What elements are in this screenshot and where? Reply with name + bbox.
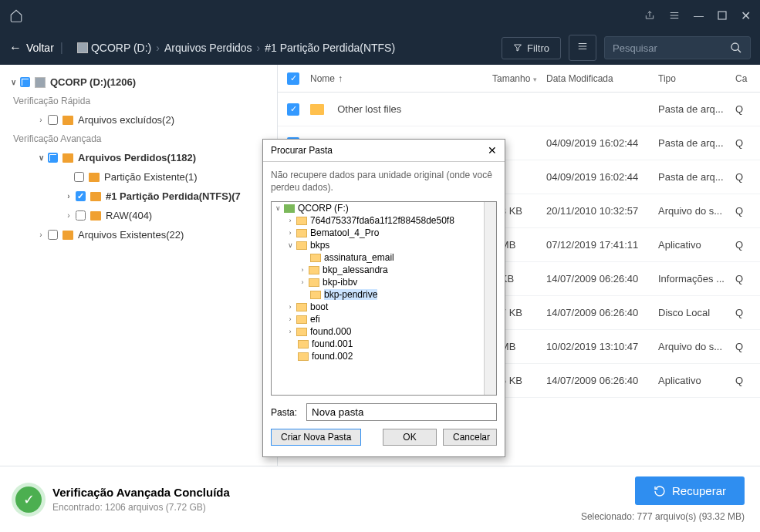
chevron-right-icon[interactable]: › [285, 328, 295, 335]
tree-lost-partition-label: #1 Partição Perdida(NTFS)(7 [106, 190, 241, 202]
dialog-folder-tree[interactable]: ∨QCORP (F:) ›764d75337fda6a1f12f88458de5… [271, 201, 497, 396]
folder-icon [309, 266, 319, 274]
checkbox[interactable] [48, 153, 58, 163]
dt-item-selected[interactable]: bkp-pendrive [272, 288, 496, 301]
selection-count: Selecionado: 777 arquivo(s) (93.32 MB) [581, 511, 745, 522]
chevron-right-icon[interactable]: › [298, 266, 307, 274]
dt-item[interactable]: assinatura_email [272, 251, 496, 264]
chevron-right-icon[interactable]: › [285, 315, 295, 323]
chevron-right-icon[interactable]: › [298, 278, 307, 286]
check-icon: ✓ [15, 487, 42, 513]
menu-icon[interactable] [669, 10, 680, 21]
new-folder-button[interactable]: Criar Nova Pasta [271, 429, 361, 446]
dt-item[interactable]: ∨bkps [272, 239, 496, 251]
chevron-down-icon[interactable]: ∨ [273, 204, 282, 212]
tree-raw[interactable]: › RAW(404) [2, 206, 275, 225]
tree-lost[interactable]: ∨ Arquivos Perdidos(1182) [2, 148, 275, 167]
checkbox[interactable] [20, 77, 30, 87]
col-type[interactable]: Tipo [658, 73, 735, 84]
chevron-down-icon[interactable]: ∨ [35, 153, 46, 162]
scroll-thumb[interactable] [485, 219, 496, 256]
dt-item[interactable]: ›efi [272, 313, 496, 325]
col-date[interactable]: Data Modificada [546, 73, 658, 84]
filter-button[interactable]: Filtro [502, 37, 561, 59]
cell-c: Q [735, 171, 751, 183]
maximize-button[interactable] [718, 11, 727, 20]
checkbox[interactable] [48, 115, 58, 125]
breadcrumb: QCORP (D:) › Arquivos Perdidos › #1 Part… [77, 42, 395, 54]
restore-icon [654, 485, 666, 497]
folder-icon [90, 192, 101, 201]
home-icon[interactable] [9, 8, 23, 22]
search-input[interactable]: Pesquisar [604, 36, 751, 59]
col-size[interactable]: Tamanho ▾ [492, 73, 546, 84]
svg-point-1 [731, 43, 738, 50]
cell-date: 14/07/2009 06:26:40 [546, 307, 658, 318]
folder-icon [298, 340, 309, 348]
dt-drive[interactable]: ∨QCORP (F:) [272, 202, 496, 214]
row-checkbox[interactable]: ✓ [287, 103, 299, 116]
cell-type: Aplicativo [658, 239, 735, 251]
disk-icon [77, 42, 88, 53]
chevron-right-icon[interactable]: › [35, 116, 46, 124]
tree-existing[interactable]: › Arquivos Existentes(22) [2, 225, 275, 244]
checkbox[interactable] [74, 172, 84, 182]
cell-c: Q [735, 205, 751, 217]
folder-icon [310, 254, 321, 262]
dt-item[interactable]: ›boot [272, 301, 496, 313]
folder-icon [296, 328, 307, 336]
share-icon[interactable] [644, 10, 655, 21]
folder-icon [296, 229, 307, 237]
table-row[interactable]: ✓ Other lost filesPasta de arq...Q [278, 93, 760, 126]
dt-item[interactable]: ›found.000 [272, 325, 496, 338]
chevron-down-icon[interactable]: ∨ [8, 78, 19, 86]
dt-item[interactable]: ›bkp_alessandra [272, 264, 496, 276]
sort-down-icon: ▾ [533, 76, 537, 83]
ok-button[interactable]: OK [383, 429, 437, 446]
dt-item[interactable]: ›Bematool_4_Pro [272, 227, 496, 239]
breadcrumb-drive[interactable]: QCORP (D:) [77, 42, 151, 54]
dialog-close-button[interactable]: ✕ [488, 144, 497, 157]
minimize-button[interactable]: — [694, 10, 704, 22]
dt-item[interactable]: found.002 [272, 350, 496, 362]
footer: ✓ Verificação Avançada Concluída Encontr… [0, 466, 760, 532]
drive-icon [284, 204, 295, 213]
checkbox[interactable] [48, 230, 58, 240]
scan-status-subtitle: Encontrado: 1206 arquivos (7.72 GB) [52, 502, 230, 513]
folder-input-label: Pasta: [271, 407, 297, 418]
breadcrumb-lost[interactable]: Arquivos Perdidos [164, 42, 252, 54]
cell-type: Arquivo do s... [658, 205, 735, 217]
cell-c: Q [735, 307, 751, 318]
filter-label: Filtro [527, 42, 549, 54]
tree-excluded[interactable]: › Arquivos excluídos(2) [2, 110, 275, 130]
cell-c: Q [735, 273, 751, 285]
checkbox[interactable] [76, 210, 86, 221]
tree-existing-part[interactable]: Partição Existente(1) [2, 167, 275, 187]
dt-item[interactable]: found.001 [272, 338, 496, 350]
folder-icon [90, 211, 101, 221]
select-all-checkbox[interactable]: ✓ [287, 72, 299, 85]
back-button[interactable]: ← Voltar [9, 41, 54, 55]
chevron-right-icon[interactable]: › [285, 303, 295, 311]
recover-button[interactable]: Recuperar [635, 476, 745, 505]
dt-item[interactable]: ›bkp-ibbv [272, 276, 496, 288]
dialog-titlebar: Procurar Pasta ✕ [263, 140, 505, 162]
chevron-right-icon[interactable]: › [285, 217, 295, 224]
dt-item[interactable]: ›764d75337fda6a1f12f88458de50f8 [272, 214, 496, 227]
chevron-right-icon[interactable]: › [285, 229, 295, 237]
cancel-button[interactable]: Cancelar [443, 429, 497, 446]
close-button[interactable]: ✕ [741, 8, 751, 23]
col-name[interactable]: Nome ↑ [310, 73, 492, 84]
tree-root[interactable]: ∨ QCORP (D:)(1206) [2, 72, 275, 92]
breadcrumb-partition[interactable]: #1 Partição Perdida(NTFS) [265, 42, 395, 54]
scrollbar[interactable] [484, 202, 496, 395]
view-toggle-button[interactable] [569, 35, 596, 61]
folder-name-input[interactable] [306, 403, 497, 421]
tree-lost-partition[interactable]: › ✓ #1 Partição Perdida(NTFS)(7 [2, 187, 275, 206]
chevron-down-icon[interactable]: ∨ [285, 241, 295, 249]
cell-date: 04/09/2019 16:02:44 [546, 137, 658, 149]
chevron-right-icon[interactable]: › [35, 231, 46, 239]
chevron-right-icon[interactable]: › [63, 192, 74, 200]
checkbox[interactable]: ✓ [76, 191, 86, 201]
chevron-right-icon[interactable]: › [63, 211, 74, 220]
